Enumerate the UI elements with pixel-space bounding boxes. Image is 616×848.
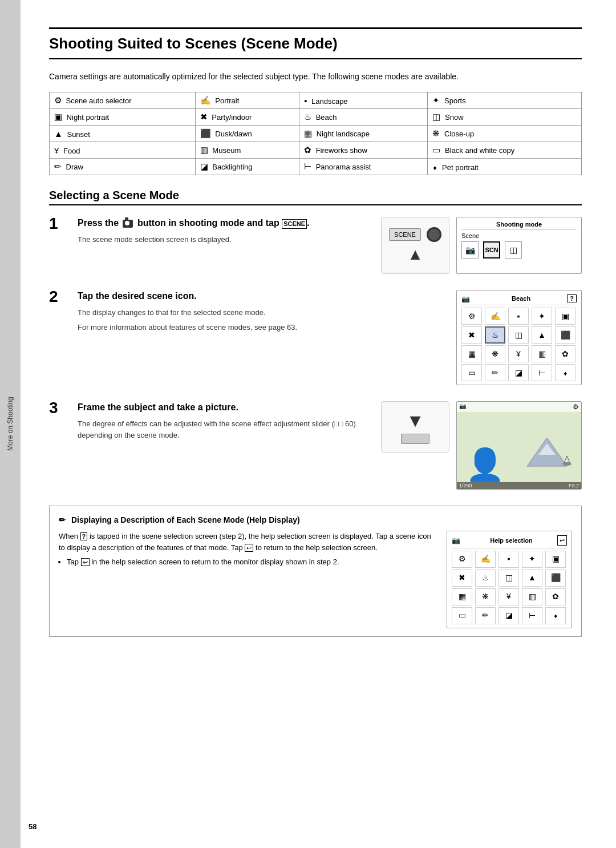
help-grid-cell-1[interactable]: ⚙ (452, 551, 472, 568)
note-title: ✏ Displaying a Description of Each Scene… (59, 514, 572, 526)
help-grid-cell-9[interactable]: ▲ (522, 570, 542, 587)
step-2-title: Tap the desired scene icon. (78, 290, 445, 302)
help-grid-cell-7[interactable]: ♨ (475, 570, 496, 587)
grid-cell-13[interactable]: ¥ (508, 345, 529, 362)
table-row: ▲ Sunset ⬛ Dusk/dawn ▦ Night landscape ❋… (50, 126, 582, 142)
grid-cell-16[interactable]: ▭ (461, 364, 482, 381)
intro-text: Camera settings are automatically optimi… (49, 71, 582, 83)
grid-cell-2[interactable]: ✍ (485, 308, 505, 325)
help-icon-grid: ⚙ ✍ ▪ ✦ ▣ ✖ ♨ ◫ ▲ ⬛ ▦ ❋ ¥ ▥ ✿ (452, 551, 567, 624)
help-grid-cell-6[interactable]: ✖ (452, 570, 472, 587)
help-grid-cell-11[interactable]: ▦ (452, 588, 472, 605)
grid-cell-10[interactable]: ⬛ (555, 326, 576, 344)
table-cell: ▲ Sunset (50, 126, 196, 142)
return-inline-icon: ↩ (245, 544, 253, 552)
grid-cell-19[interactable]: ⊢ (532, 364, 552, 381)
help-grid-cell-17[interactable]: ✏ (475, 607, 496, 624)
scene-modes-table: ⚙ Scene auto selector ✍ Portrait ▪ Lands… (49, 92, 582, 175)
svg-point-3 (562, 462, 572, 466)
scene-mode-text: SCN (485, 247, 498, 253)
help-grid-cell-15[interactable]: ✿ (545, 588, 566, 605)
fireworks-icon: ✿ (304, 145, 311, 155)
party-icon: ✖ (200, 112, 208, 122)
help-grid-cell-5[interactable]: ▣ (545, 551, 566, 568)
help-grid-cell-10[interactable]: ⬛ (545, 570, 566, 587)
step-1-title: Press the button in shooting mode and ta… (78, 217, 370, 229)
grid-cell-11[interactable]: ▦ (461, 345, 482, 362)
note-text-block: When ? is tapped in the scene selection … (59, 531, 437, 628)
grid-cell-6[interactable]: ✖ (461, 326, 482, 344)
table-row: ⚙ Scene auto selector ✍ Portrait ▪ Lands… (50, 92, 582, 109)
step-1-desc: The scene mode selection screen is displ… (78, 234, 370, 245)
help-grid-cell-16[interactable]: ▭ (452, 607, 472, 624)
backlighting-icon: ◪ (200, 161, 208, 172)
down-arrow-icon: ▼ (406, 410, 424, 431)
help-grid-cell-4[interactable]: ✦ (522, 551, 542, 568)
help-grid-cell-12[interactable]: ❋ (475, 588, 496, 605)
grid-cell-17[interactable]: ✏ (485, 364, 505, 381)
beach-selection-screen: 📷 Beach ? ⚙ ✍ ▪ ✦ ▣ ✖ ♨ ◫ ▲ (456, 290, 582, 385)
table-cell: ⬧ Pet portrait (428, 159, 582, 175)
aperture: F3.2 (569, 483, 579, 488)
bw-copy-icon: ▭ (432, 145, 440, 155)
table-cell: ▣ Night portrait (50, 109, 196, 126)
photo-scene: 👤 (457, 412, 581, 480)
help-grid-cell-2[interactable]: ✍ (475, 551, 496, 568)
grid-cell-3[interactable]: ▪ (508, 308, 529, 325)
panorama-icon: ⊢ (304, 161, 311, 172)
step-3-visuals: ▼ 📷 ⚙ (381, 401, 582, 490)
table-cell: ▦ Night landscape (299, 126, 428, 142)
help-header: 📷 Help selection ↩ (452, 535, 567, 548)
snow-icon: ◫ (432, 112, 440, 122)
museum-icon: ▥ (200, 145, 208, 155)
back-button[interactable]: ↩ (557, 535, 567, 546)
help-grid-cell-14[interactable]: ▥ (522, 588, 542, 605)
person-illustration: 👤 (465, 449, 505, 480)
help-button[interactable]: ? (567, 294, 577, 302)
camera-icon-top: 📷 (459, 403, 466, 411)
grid-cell-4[interactable]: ✦ (532, 308, 552, 325)
help-grid-cell-3[interactable]: ▪ (499, 551, 519, 568)
help-grid-cell-18[interactable]: ◪ (499, 607, 519, 624)
camera-mode-icon: 📷 (461, 241, 479, 259)
grid-cell-5[interactable]: ▣ (555, 308, 576, 325)
help-grid-cell-20[interactable]: ⬧ (545, 607, 566, 624)
help-grid-cell-8[interactable]: ◫ (499, 570, 519, 587)
step-1-visuals: SCENE ▲ Shooting mode Scene 📷 (381, 217, 582, 274)
pencil-icon: ✏ (59, 514, 66, 526)
grid-cell-12[interactable]: ❋ (485, 345, 505, 362)
grid-cell-9[interactable]: ▲ (532, 326, 552, 344)
table-cell: ✏ Draw (50, 159, 196, 175)
beach-icon: ♨ (304, 112, 311, 122)
grid-cell-7-beach[interactable]: ♨ (485, 326, 505, 344)
sunset-icon: ▲ (54, 129, 63, 139)
side-tab-label: More on Shooting (6, 397, 14, 451)
beach-header: 📷 Beach ? (461, 294, 577, 305)
side-tab: More on Shooting (0, 0, 21, 848)
movie-icon: ◫ (510, 245, 517, 255)
return-inline-icon-2: ↩ (81, 558, 90, 566)
table-cell: ▥ Museum (195, 142, 299, 159)
grid-cell-8[interactable]: ◫ (508, 326, 529, 344)
table-cell: ✖ Party/indoor (195, 109, 299, 126)
grid-cell-15[interactable]: ✿ (555, 345, 576, 362)
beach-title: Beach (475, 295, 567, 302)
help-selection-title: Help selection (465, 536, 557, 546)
help-grid-cell-19[interactable]: ⊢ (522, 607, 542, 624)
grid-cell-20[interactable]: ⬧ (555, 364, 576, 381)
step-2-content: Tap the desired scene icon. The display … (78, 290, 445, 385)
step-1-number: 1 (49, 216, 66, 274)
grid-cell-18[interactable]: ◪ (508, 364, 529, 381)
photo-bottom-bar: 1/250 F3.2 (457, 482, 581, 489)
table-cell: ♨ Beach (299, 109, 428, 126)
scene-mode-icon-box: SCN (483, 241, 500, 259)
step-2-desc2: For more information about features of s… (78, 322, 445, 333)
table-cell: ✦ Sports (428, 92, 582, 109)
step-3-number: 3 (49, 400, 66, 490)
camera-button-icon (123, 220, 133, 228)
help-grid-cell-13[interactable]: ¥ (499, 588, 519, 605)
grid-cell-14[interactable]: ▥ (532, 345, 552, 362)
night-portrait-icon: ▣ (54, 112, 62, 122)
shutter-illustration: ▼ (381, 401, 449, 453)
grid-cell-1[interactable]: ⚙ (461, 308, 482, 325)
